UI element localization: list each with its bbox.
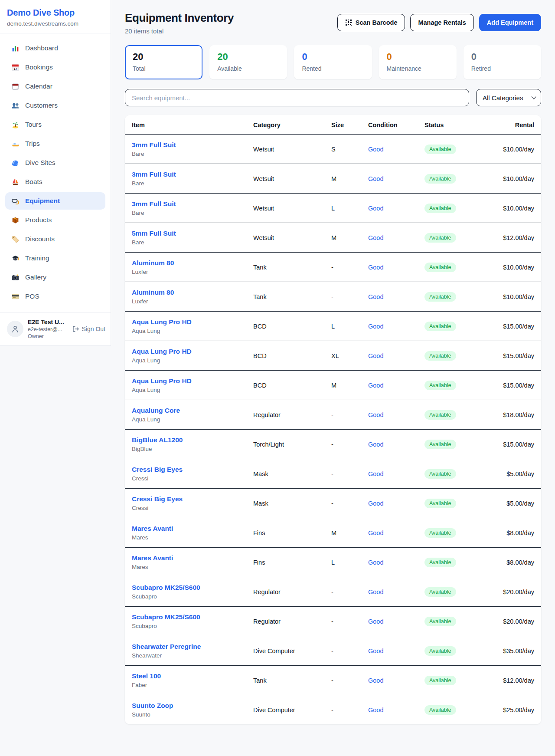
condition-link[interactable]: Good: [368, 146, 383, 153]
table-row[interactable]: Suunto Zoop Suunto Dive Computer - Good …: [125, 695, 541, 725]
condition-link[interactable]: Good: [368, 293, 383, 300]
condition-link[interactable]: Good: [368, 618, 383, 625]
barcode-scan-icon: [345, 19, 352, 26]
user-role: Owner: [28, 333, 68, 339]
stat-card-retired[interactable]: 0 Retired: [464, 45, 541, 79]
item-brand: Aqua Lung: [132, 357, 239, 364]
item-name-link[interactable]: Aluminum 80: [132, 259, 239, 267]
table-row[interactable]: 3mm Full Suit Bare Wetsuit L Good Availa…: [125, 194, 541, 223]
item-name-link[interactable]: Mares Avanti: [132, 525, 239, 532]
condition-link[interactable]: Good: [368, 175, 383, 182]
condition-link[interactable]: Good: [368, 677, 383, 684]
condition-link[interactable]: Good: [368, 588, 383, 595]
item-name-link[interactable]: 3mm Full Suit: [132, 171, 239, 178]
column-header-item: Item: [125, 115, 246, 135]
table-row[interactable]: Aqua Lung Pro HD Aqua Lung BCD L Good Av…: [125, 312, 541, 341]
sidebar-item-gallery[interactable]: Gallery: [5, 269, 105, 286]
item-brand: Aqua Lung: [132, 328, 239, 334]
item-name-link[interactable]: Cressi Big Eyes: [132, 495, 239, 503]
condition-link[interactable]: Good: [368, 470, 383, 477]
item-name-link[interactable]: Scubapro MK25/S600: [132, 613, 239, 621]
table-row[interactable]: Scubapro MK25/S600 Scubapro Regulator - …: [125, 577, 541, 607]
condition-link[interactable]: Good: [368, 234, 383, 241]
item-name-link[interactable]: Shearwater Peregrine: [132, 643, 239, 651]
item-name-link[interactable]: Aqua Lung Pro HD: [132, 377, 239, 385]
condition-link[interactable]: Good: [368, 707, 383, 713]
table-row[interactable]: Aluminum 80 Luxfer Tank - Good Available…: [125, 253, 541, 282]
condition-link[interactable]: Good: [368, 264, 383, 271]
stat-card-total[interactable]: 20 Total: [125, 45, 202, 79]
condition-link[interactable]: Good: [368, 441, 383, 448]
item-rental: $10.00/day: [486, 135, 541, 164]
item-size: M: [324, 518, 361, 548]
item-name-link[interactable]: Mares Avanti: [132, 554, 239, 562]
sidebar-item-dive-sites[interactable]: Dive Sites: [5, 154, 105, 171]
table-row[interactable]: Mares Avanti Mares Fins L Good Available…: [125, 548, 541, 577]
stat-value: 20: [133, 52, 195, 62]
condition-link[interactable]: Good: [368, 205, 383, 212]
sidebar-item-boats[interactable]: Boats: [5, 173, 105, 191]
item-name-link[interactable]: Suunto Zoop: [132, 702, 239, 710]
table-row[interactable]: Aqualung Core Aqua Lung Regulator - Good…: [125, 400, 541, 430]
item-name-link[interactable]: Aqua Lung Pro HD: [132, 318, 239, 326]
sidebar-item-trips[interactable]: Trips: [5, 135, 105, 152]
item-size: -: [324, 400, 361, 430]
scan-barcode-button[interactable]: Scan Barcode: [337, 14, 405, 31]
manage-rentals-button[interactable]: Manage Rentals: [410, 14, 473, 31]
sidebar-item-equipment[interactable]: Equipment: [5, 192, 105, 210]
item-brand: Cressi: [132, 475, 239, 482]
item-name-link[interactable]: Aqua Lung Pro HD: [132, 348, 239, 355]
table-row[interactable]: Cressi Big Eyes Cressi Mask - Good Avail…: [125, 459, 541, 489]
add-equipment-button[interactable]: Add Equipment: [479, 14, 541, 31]
item-name-link[interactable]: 3mm Full Suit: [132, 141, 239, 149]
table-row[interactable]: Mares Avanti Mares Fins M Good Available…: [125, 518, 541, 548]
condition-link[interactable]: Good: [368, 529, 383, 536]
sidebar: Demo Dive Shop demo.test.divestreams.com…: [0, 0, 111, 346]
stat-card-rented[interactable]: 0 Rented: [294, 45, 372, 79]
sidebar-item-bookings[interactable]: 17 Bookings: [5, 59, 105, 76]
condition-link[interactable]: Good: [368, 352, 383, 359]
stat-card-maintenance[interactable]: 0 Maintenance: [379, 45, 457, 79]
sidebar-item-pos[interactable]: POS: [5, 288, 105, 305]
sidebar-item-discounts[interactable]: Discounts: [5, 230, 105, 248]
item-name-link[interactable]: 5mm Full Suit: [132, 230, 239, 237]
table-row[interactable]: BigBlue AL1200 BigBlue Torch/Light - Goo…: [125, 430, 541, 459]
item-name-link[interactable]: Aluminum 80: [132, 289, 239, 296]
item-name-link[interactable]: Aqualung Core: [132, 407, 239, 414]
category-select[interactable]: All Categories: [476, 89, 541, 106]
table-row[interactable]: Cressi Big Eyes Cressi Mask - Good Avail…: [125, 489, 541, 518]
bar-chart-icon: [11, 44, 20, 53]
table-row[interactable]: Steel 100 Faber Tank - Good Available $1…: [125, 666, 541, 695]
table-row[interactable]: 5mm Full Suit Bare Wetsuit M Good Availa…: [125, 223, 541, 253]
sidebar-item-customers[interactable]: Customers: [5, 97, 105, 114]
table-row[interactable]: Shearwater Peregrine Shearwater Dive Com…: [125, 636, 541, 666]
sidebar-item-dashboard[interactable]: Dashboard: [5, 39, 105, 57]
sidebar-item-tours[interactable]: Tours: [5, 116, 105, 133]
item-name-link[interactable]: 3mm Full Suit: [132, 200, 239, 208]
table-row[interactable]: 3mm Full Suit Bare Wetsuit S Good Availa…: [125, 135, 541, 164]
item-name-link[interactable]: BigBlue AL1200: [132, 436, 239, 444]
sidebar-item-calendar[interactable]: Calendar: [5, 78, 105, 95]
table-row[interactable]: Aluminum 80 Luxfer Tank - Good Available…: [125, 282, 541, 312]
condition-link[interactable]: Good: [368, 500, 383, 507]
item-size: -: [324, 282, 361, 312]
item-name-link[interactable]: Steel 100: [132, 672, 239, 680]
item-name-link[interactable]: Scubapro MK25/S600: [132, 584, 239, 592]
table-row[interactable]: Scubapro MK25/S600 Scubapro Regulator - …: [125, 607, 541, 636]
sidebar-item-training[interactable]: Training: [5, 250, 105, 267]
condition-link[interactable]: Good: [368, 323, 383, 330]
table-row[interactable]: Aqua Lung Pro HD Aqua Lung BCD XL Good A…: [125, 341, 541, 371]
condition-link[interactable]: Good: [368, 382, 383, 389]
manage-rentals-label: Manage Rentals: [418, 19, 466, 26]
search-input[interactable]: [125, 89, 469, 106]
condition-link[interactable]: Good: [368, 648, 383, 654]
item-name-link[interactable]: Cressi Big Eyes: [132, 466, 239, 473]
user-email: e2e-tester@...: [28, 326, 68, 332]
condition-link[interactable]: Good: [368, 559, 383, 566]
sidebar-item-products[interactable]: Products: [5, 211, 105, 229]
stat-card-available[interactable]: 20 Available: [209, 45, 287, 79]
condition-link[interactable]: Good: [368, 411, 383, 418]
table-row[interactable]: Aqua Lung Pro HD Aqua Lung BCD M Good Av…: [125, 371, 541, 400]
table-row[interactable]: 3mm Full Suit Bare Wetsuit M Good Availa…: [125, 164, 541, 194]
sign-out-button[interactable]: Sign Out: [72, 325, 105, 332]
